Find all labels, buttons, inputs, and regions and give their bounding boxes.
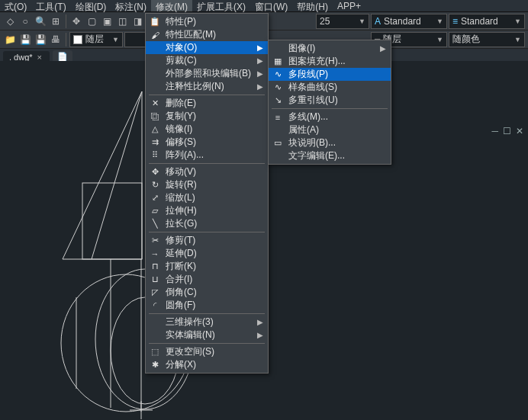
menu-stretch[interactable]: ▱拉伸(H) [146,204,268,217]
tool-save2-icon[interactable]: 💾 [34,33,47,46]
menu-explode[interactable]: ✱分解(X) [146,358,268,371]
menu-copy[interactable]: ⿻复制(Y) [146,110,268,123]
stretch-icon: ▱ [149,206,161,216]
combo-plotstyle[interactable]: 随颜色 ▼ [449,32,525,47]
menu-join[interactable]: ⊔合并(I) [146,273,268,286]
combo-color-label: 随层 [85,33,104,46]
mleader-icon: ↘ [272,95,284,105]
rotate-icon: ↻ [149,180,161,190]
submenu-arrow-icon: ▶ [257,69,263,78]
submenu-mleader[interactable]: ↘多重引线(U) [269,94,391,107]
menu-tools[interactable]: 工具(T) [31,0,70,11]
separator [66,14,66,28]
menu-help[interactable]: 帮助(H) [292,0,333,11]
menu-annoscale[interactable]: 注释性比例(N)▶ [146,80,268,93]
menu-scale[interactable]: ⤢缩放(L) [146,191,268,204]
menu-break-label: 打断(K) [166,260,196,273]
submenu-polyline[interactable]: ∿多段线(P) [269,68,391,81]
scale-icon: ⤢ [149,193,161,203]
tool-zoom-icon[interactable]: 🔍 [34,14,47,28]
menu-changespace[interactable]: ⬚更改空间(S) [146,345,268,358]
tool-layer-icon[interactable]: ◇ [3,14,17,28]
tool-view1-icon[interactable]: ▢ [85,14,98,28]
menu-solidedit[interactable]: 实体编辑(N)▶ [146,329,268,341]
combo-dimstyle[interactable]: ≡ Standard ▼ [449,14,525,29]
menu-xref-edit[interactable]: 外部参照和块编辑(B)▶ [146,67,268,80]
chevron-down-icon: ▼ [112,36,119,43]
menu-move[interactable]: ✥移动(V) [146,165,268,178]
submenu-textedit[interactable]: 文字编辑(E)... [269,149,391,162]
menu-break[interactable]: ⊓打断(K) [146,260,268,273]
menu-window[interactable]: 窗口(W) [250,0,292,11]
tool-view4-icon[interactable]: ◨ [130,14,144,28]
menu-array[interactable]: ⠿阵列(A)... [146,149,268,162]
separator [149,163,265,164]
extend-icon: → [149,249,161,258]
submenu-arrow-icon: ▶ [257,43,263,52]
join-icon: ⊔ [149,274,161,284]
menu-rotate[interactable]: ↻旋转(R) [146,178,268,191]
menu-object[interactable]: 对象(O)▶ [146,41,268,54]
menu-offset-label: 偏移(S) [166,136,196,149]
menu-erase[interactable]: ✕删除(E) [146,97,268,110]
tool-print-icon[interactable]: 🖶 [49,33,63,46]
menu-lengthen[interactable]: ╲拉长(G) [146,217,268,230]
tool-circle-icon[interactable]: ○ [18,14,32,28]
chevron-down-icon: ▼ [436,36,443,43]
menu-trim[interactable]: ✂修剪(T) [146,234,268,247]
menu-express[interactable]: 扩展工具(X) [192,0,250,11]
menu-offset[interactable]: ⇉偏移(S) [146,136,268,149]
menu-format[interactable]: 式(O) [0,0,31,11]
object-submenu-dropdown: 图像(I)▶ ▦图案填充(H)... ∿多段线(P) ∿样条曲线(S) ↘多重引… [268,40,391,165]
submenu-attribute[interactable]: 属性(A) [269,123,391,136]
submenu-textedit-label: 文字编辑(E)... [288,149,345,162]
menu-3dops-label: 三维操作(3) [166,316,214,329]
menu-stretch-label: 拉伸(H) [166,204,197,217]
mline-icon: ≡ [272,113,284,122]
menu-properties[interactable]: 📋特性(P) [146,15,268,28]
block-icon: ▭ [272,138,284,148]
menu-modify[interactable]: 修改(M) [151,0,192,11]
menu-changespace-label: 更改空间(S) [166,345,214,358]
menu-mirror-label: 镜像(I) [166,123,192,136]
combo-color[interactable]: 随层 ▼ [69,32,123,47]
menu-matchprop[interactable]: 🖌特性匹配(M) [146,28,268,41]
combo-textstyle[interactable]: A Standard ▼ [371,14,447,29]
menu-object-label: 对象(O) [166,41,197,54]
menu-fillet[interactable]: ◜圆角(F) [146,299,268,312]
separator [149,232,265,232]
combo-dimstyle-value: Standard [461,16,498,27]
minimize-icon[interactable]: ─ [491,126,498,136]
menu-dimension[interactable]: 标注(N) [111,0,151,11]
maximize-icon[interactable]: ☐ [503,126,511,136]
menu-clip[interactable]: 剪裁(C)▶ [146,54,268,67]
tool-toggle-icon[interactable]: ⊞ [49,14,63,28]
submenu-spline[interactable]: ∿样条曲线(S) [269,81,391,94]
tool-save-icon[interactable]: 💾 [18,33,32,46]
submenu-spline-label: 样条曲线(S) [288,81,337,94]
tool-pan-icon[interactable]: ✥ [69,14,83,28]
offset-icon: ⇉ [149,137,161,147]
submenu-image[interactable]: 图像(I)▶ [269,42,391,55]
submenu-mline-label: 多线(M)... [288,111,328,123]
menu-explode-label: 分解(X) [166,358,196,371]
fillet-icon: ◜ [149,300,161,310]
erase-icon: ✕ [149,98,161,108]
menu-extend[interactable]: →延伸(D) [146,247,268,260]
tool-view3-icon[interactable]: ◫ [115,14,129,28]
menu-lengthen-label: 拉长(G) [166,217,197,230]
submenu-mline[interactable]: ≡多线(M)... [269,111,391,123]
submenu-blockdesc[interactable]: ▭块说明(B)... [269,136,391,149]
submenu-hatch[interactable]: ▦图案填充(H)... [269,55,391,68]
menu-mirror[interactable]: △镜像(I) [146,123,268,136]
spline-icon: ∿ [272,82,284,92]
combo-textstyle-value: Standard [384,16,421,27]
close-icon[interactable]: ✕ [516,126,523,136]
combo-scale[interactable]: 25 ▼ [316,14,369,29]
tool-view2-icon[interactable]: ▣ [100,14,114,28]
menu-3dops[interactable]: 三维操作(3)▶ [146,316,268,329]
menu-app[interactable]: APP+ [333,0,365,11]
menu-draw[interactable]: 绘图(D) [71,0,111,11]
menu-chamfer[interactable]: ◸倒角(C) [146,286,268,299]
tool-open-icon[interactable]: 📁 [3,33,17,46]
